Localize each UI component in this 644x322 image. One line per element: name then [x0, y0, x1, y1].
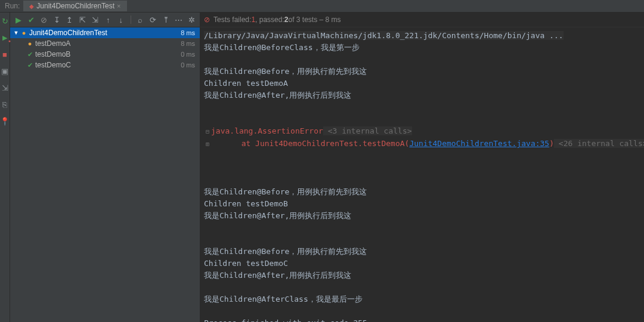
run-fail-badge: ● — [8, 39, 11, 43]
sort-duration-icon[interactable]: ↥ — [65, 14, 75, 25]
next-fail-icon[interactable]: ↓ — [116, 14, 126, 25]
collapse-icon[interactable]: ⇱ — [78, 14, 88, 25]
separator — [131, 16, 131, 24]
fail-icon: ● — [26, 40, 34, 47]
tree-item-testDemoC[interactable]: ✔ testDemoC 0 ms — [10, 60, 200, 70]
rerun-icon[interactable]: ↻ — [0, 16, 10, 26]
run-config-icon: ◆ — [29, 3, 34, 10]
run-icon[interactable]: ▶ — [2, 34, 7, 42]
tree-item-time: 0 ms — [181, 51, 195, 58]
error-class: java.lang.AssertionError — [211, 126, 323, 135]
show-passed-icon[interactable]: ✔ — [27, 14, 36, 25]
chevron-down-icon[interactable]: ▼ — [13, 30, 20, 36]
console-line: Children testDemoA — [204, 79, 288, 88]
tree-item-time: 0 ms — [181, 61, 195, 69]
run-tab-bar: Run: ◆ Junit4DemoChildrenTest × — [0, 0, 644, 13]
sort-alpha-icon[interactable]: ↧ — [52, 14, 62, 25]
test-tree-panel: ▶ ✔ ⊘ ↧ ↥ ⇱ ⇲ ↑ ↓ ⌕ ⟳ ⤒ ⋯ ✲ ▼ ● Junit4De… — [10, 13, 200, 322]
tree-item-label: testDemoA — [34, 39, 181, 48]
console-line: 我是Children@BeforeClass，我是第一步 — [204, 43, 360, 52]
expand-icon[interactable]: ⇲ — [91, 14, 100, 25]
error-internal: <26 internal calls> — [554, 139, 644, 148]
error-close: ) — [549, 139, 554, 148]
close-icon[interactable]: × — [117, 2, 120, 10]
tree-item-label: testDemoC — [34, 61, 181, 69]
tree-root[interactable]: ▼ ● Junit4DemoChildrenTest 8 ms — [10, 27, 200, 38]
test-tree[interactable]: ▼ ● Junit4DemoChildrenTest 8 ms ● testDe… — [10, 27, 200, 322]
run-label: Run: — [5, 2, 20, 10]
dump-icon[interactable]: ⎘ — [0, 100, 10, 109]
tree-item-label: testDemoB — [34, 50, 181, 58]
stacktrace-link[interactable]: Junit4DemoChildrenTest.java:35 — [409, 139, 549, 148]
console-line: 我是Children@After,用例执行后到我这 — [204, 271, 351, 280]
console-line: 我是Children@After,用例执行后到我这 — [204, 211, 351, 220]
console-exit: Process finished with exit code 255 — [204, 318, 367, 322]
console-line: Children testDemoC — [204, 259, 288, 268]
summary-prefix: Tests failed: — [213, 16, 251, 24]
show-ignored-icon[interactable]: ⊘ — [39, 14, 49, 25]
run-gutter: ↻ ▶ ● ■ ▣ ⇲ ⎘ 📍 — [0, 13, 10, 322]
pin-icon[interactable]: 📍 — [0, 116, 10, 126]
console-output: /Library/Java/JavaVirtualMachines/jdk1.8… — [200, 27, 644, 322]
error-internal: <3 internal calls> — [323, 126, 412, 135]
console-line: 我是Children@After,用例执行后到我这 — [204, 91, 351, 100]
run-config-tab[interactable]: ◆ Junit4DemoChildrenTest × — [23, 1, 126, 11]
summary-mid: , passed: — [255, 16, 284, 24]
main-split: ↻ ▶ ● ■ ▣ ⇲ ⎘ 📍 ▶ ✔ ⊘ ↧ ↥ ⇱ ⇲ ↑ ↓ ⌕ ⟳ ⤒ … — [0, 13, 644, 322]
pass-icon: ✔ — [26, 51, 34, 58]
fail-icon: ● — [20, 29, 28, 36]
pass-icon: ✔ — [26, 61, 34, 69]
console-cmd: /Library/Java/JavaVirtualMachines/jdk1.8… — [204, 31, 564, 40]
export-icon[interactable]: ⇲ — [0, 83, 10, 92]
console-line: 我是Children@Before，用例执行前先到我这 — [204, 247, 367, 256]
tree-root-time: 8 ms — [181, 29, 195, 36]
summary-passed: 2 — [284, 16, 289, 24]
tree-root-label: Junit4DemoChildrenTest — [28, 29, 181, 37]
console-scroll[interactable]: /Library/Java/JavaVirtualMachines/jdk1.8… — [200, 27, 644, 322]
console-line: 我是Children@Before，用例执行前先到我这 — [204, 67, 367, 76]
import-icon[interactable]: ⤒ — [162, 14, 171, 25]
error-icon: ⊘ — [204, 16, 210, 24]
summary-failed: 1 — [251, 16, 255, 24]
fold-icon[interactable]: ⊟ — [204, 126, 211, 138]
error-at: at Junit4DemoChildrenTest.testDemoA( — [211, 139, 409, 148]
layout-icon[interactable]: ▣ — [0, 66, 10, 76]
test-summary: ⊘ Tests failed: 1 , passed: 2 of 3 tests… — [200, 13, 644, 27]
tree-item-testDemoB[interactable]: ✔ testDemoB 0 ms — [10, 49, 200, 60]
tree-item-time: 8 ms — [181, 40, 195, 47]
console-panel: ⊘ Tests failed: 1 , passed: 2 of 3 tests… — [200, 13, 644, 322]
find-icon[interactable]: ⌕ — [136, 14, 145, 25]
summary-suffix: of 3 tests – 8 ms — [288, 16, 340, 24]
test-toolbar: ▶ ✔ ⊘ ↧ ↥ ⇱ ⇲ ↑ ↓ ⌕ ⟳ ⤒ ⋯ ✲ — [10, 13, 200, 27]
console-line: Children testDemoB — [204, 199, 288, 208]
settings-icon[interactable]: ✲ — [187, 14, 197, 25]
stop-icon[interactable]: ■ — [0, 49, 10, 59]
console-line: 我是Children@AfterClass，我是最后一步 — [204, 295, 363, 304]
history-icon[interactable]: ⟳ — [148, 14, 158, 25]
prev-fail-icon[interactable]: ↑ — [104, 14, 113, 25]
tree-item-testDemoA[interactable]: ● testDemoA 8 ms — [10, 38, 200, 49]
run-config-title: Junit4DemoChildrenTest — [36, 2, 114, 10]
fold-icon[interactable]: ⊞ — [204, 138, 211, 150]
more-icon[interactable]: ⋯ — [174, 14, 184, 25]
console-line: 我是Children@Before，用例执行前先到我这 — [204, 187, 367, 196]
play-icon[interactable]: ▶ — [14, 14, 23, 25]
